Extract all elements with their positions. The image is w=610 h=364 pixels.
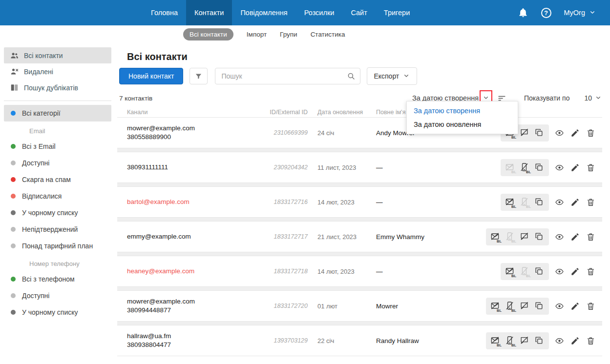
- sidebar-category-spam-complaint[interactable]: Скарга на спам: [4, 171, 111, 188]
- view-button[interactable]: [555, 163, 564, 172]
- contact-id: 2309204342: [254, 164, 308, 171]
- category-label: Непідтверджений: [22, 225, 78, 233]
- email-blacklist-icon: BL: [490, 301, 501, 311]
- view-button[interactable]: [555, 267, 564, 276]
- sidebar-item-deleted[interactable]: Видалені: [4, 63, 111, 80]
- edit-button[interactable]: [570, 163, 580, 172]
- sidebar-category-available[interactable]: Доступні: [4, 155, 111, 171]
- phone-blacklist-icon: BL: [505, 232, 515, 242]
- delete-button[interactable]: [586, 163, 595, 172]
- category-dot: [11, 243, 16, 248]
- table-header: Канали ID/External ID Дата оновлення Пов…: [117, 107, 602, 117]
- edit-button[interactable]: [570, 336, 580, 345]
- contact-updated: 11 лист, 2023: [317, 164, 376, 171]
- sort-option-updated[interactable]: За датою оновлення: [407, 118, 518, 131]
- sidebar-category-over-plan[interactable]: Понад тарифний план: [4, 238, 111, 254]
- sort-dropdown-menu: За датою створення За датою оновлення: [406, 101, 518, 134]
- new-contact-button[interactable]: Новий контакт: [119, 68, 183, 84]
- nav-item-messages[interactable]: Повідомлення: [232, 0, 295, 25]
- tab-import[interactable]: Імпорт: [247, 31, 267, 38]
- view-button[interactable]: [555, 232, 564, 242]
- contact-phone: 380558889900: [127, 133, 254, 142]
- category-dot: [11, 194, 16, 199]
- sort-option-created[interactable]: За датою створення: [407, 104, 518, 118]
- delete-button[interactable]: [586, 302, 595, 311]
- copy-icon: [534, 128, 545, 138]
- table-row: mowrer@example.com380558889900 231066939…: [117, 117, 602, 148]
- category-label: Скарга на спам: [22, 176, 71, 183]
- search-input[interactable]: [215, 68, 360, 84]
- org-menu[interactable]: MyOrg: [564, 8, 597, 18]
- sidebar-category-all[interactable]: Всі категорії: [4, 105, 111, 121]
- sidebar-category-unsubscribed[interactable]: Відписалися: [4, 188, 111, 204]
- sidebar-item-label: Видалені: [24, 68, 53, 76]
- table-row: heaney@example.com 1833172718 14 лют, 20…: [117, 256, 602, 287]
- chevron-down-icon: [402, 72, 410, 81]
- search-icon[interactable]: [347, 72, 356, 82]
- sidebar-group-phone: Номер телефону: [29, 256, 117, 271]
- view-button[interactable]: [555, 302, 564, 311]
- tab-statistics[interactable]: Статистика: [311, 31, 345, 38]
- category-dot: [11, 161, 16, 165]
- help-icon[interactable]: ?: [541, 8, 551, 18]
- table-row: hallraw@ua.fm380938804477 1393703129 22 …: [117, 325, 602, 356]
- view-button[interactable]: [555, 198, 564, 207]
- delete-button[interactable]: [586, 336, 595, 345]
- contact-name: Mowrer: [376, 303, 449, 310]
- category-label: Доступні: [22, 292, 49, 300]
- notifications-bell-icon[interactable]: [518, 7, 528, 18]
- list-controls: 7 контактів За датою створення Показуват…: [119, 90, 602, 106]
- nav-item-home[interactable]: Головна: [143, 0, 186, 25]
- chat-blocked-icon: [520, 301, 530, 311]
- edit-button[interactable]: [570, 267, 580, 276]
- filter-button[interactable]: [189, 68, 208, 84]
- page-size-value: 10: [584, 94, 592, 102]
- nav-item-site[interactable]: Сайт: [342, 0, 375, 25]
- contact-email: heaney@example.com: [127, 267, 254, 276]
- nav-item-triggers[interactable]: Тригери: [376, 0, 418, 25]
- contact-email: mowrer@example.com: [127, 124, 254, 133]
- sidebar-category-all-phone[interactable]: Всі з телефоном: [4, 271, 111, 287]
- delete-button[interactable]: [586, 267, 595, 276]
- category-dot: [11, 227, 16, 232]
- app-window: Головна Контакти Повідомлення Розсилки С…: [0, 0, 610, 364]
- tab-all-contacts[interactable]: Всі контакти: [183, 28, 233, 40]
- contact-id: 1393703129: [254, 337, 308, 344]
- top-navbar: Головна Контакти Повідомлення Розсилки С…: [0, 0, 610, 25]
- delete-button[interactable]: [586, 128, 595, 138]
- contact-updated: 14 лют, 2023: [317, 199, 376, 206]
- category-label: Відписалися: [22, 192, 62, 200]
- edit-button[interactable]: [570, 302, 580, 311]
- export-button[interactable]: Експорт: [367, 67, 417, 85]
- sidebar-category-blacklist[interactable]: У чорному списку: [4, 204, 111, 221]
- chat-blocked-icon: [520, 232, 530, 242]
- contact-updated: 14 лют, 2023: [317, 268, 376, 275]
- email-blacklist-icon: BL: [505, 197, 515, 207]
- view-button[interactable]: [555, 128, 564, 138]
- contact-name: Emmy Whammy: [376, 233, 449, 241]
- nav-item-contacts[interactable]: Контакти: [186, 0, 232, 25]
- edit-button[interactable]: [570, 232, 580, 242]
- contact-phone: 380994448877: [127, 306, 254, 315]
- nav-item-campaigns[interactable]: Розсилки: [296, 0, 343, 25]
- page-size-select[interactable]: 10: [584, 94, 602, 103]
- view-button[interactable]: [555, 336, 564, 345]
- table-row: mowrer@example.com380994448877 183317272…: [117, 290, 602, 322]
- sidebar-category-phone-blacklist[interactable]: У чорному списку: [4, 304, 111, 321]
- contact-email: bartol@example.com: [127, 198, 254, 206]
- contact-updated: 24 січ: [317, 129, 376, 137]
- sidebar-group-email: Email: [29, 123, 117, 138]
- contact-email: hallraw@ua.fm: [127, 332, 254, 341]
- tab-groups[interactable]: Групи: [280, 31, 297, 38]
- sidebar-category-unconfirmed[interactable]: Непідтверджений: [4, 221, 111, 238]
- sidebar-item-duplicates[interactable]: Пошук дублікатів: [4, 80, 111, 96]
- sidebar-category-phone-available[interactable]: Доступні: [4, 287, 111, 304]
- delete-button[interactable]: [586, 232, 595, 242]
- sidebar-item-all-contacts[interactable]: Всі контакти: [4, 47, 111, 63]
- delete-button[interactable]: [586, 198, 595, 207]
- sidebar-category-all-email[interactable]: Всі з Email: [4, 138, 111, 155]
- edit-button[interactable]: [570, 198, 580, 207]
- phone-blacklist-icon: BL: [520, 266, 530, 277]
- contact-updated: 21 лист, 2023: [317, 233, 376, 241]
- edit-button[interactable]: [570, 128, 580, 138]
